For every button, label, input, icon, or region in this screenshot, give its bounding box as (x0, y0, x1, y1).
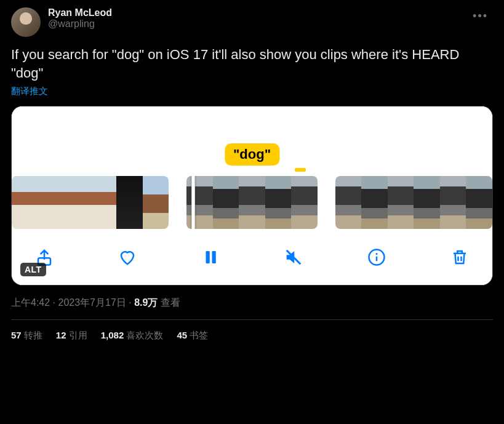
quotes-count: 12 (56, 330, 66, 340)
tweet-header: Ryan McLeod @warpling ••• (11, 7, 493, 37)
info-icon (367, 248, 386, 266)
retweets-stat[interactable]: 57 转推 (11, 330, 42, 342)
bookmarks-stat[interactable]: 45 书签 (177, 330, 208, 342)
quotes-label: 引用 (66, 330, 87, 340)
thumbnail-frame (143, 176, 169, 229)
mute-icon (284, 248, 303, 266)
thumbnail-frame (414, 176, 440, 229)
tweet-container: Ryan McLeod @warpling ••• If you search … (0, 0, 504, 342)
media-toolbar (12, 232, 492, 285)
clip-group-3[interactable] (335, 176, 492, 229)
ellipsis-icon: ••• (473, 10, 488, 22)
svg-point-6 (376, 253, 378, 255)
likes-stat[interactable]: 1,082 喜欢次数 (101, 330, 164, 342)
tweet-text: If you search for "dog" on iOS 17 it'll … (11, 46, 493, 82)
mute-button[interactable] (282, 246, 305, 269)
thumbnail-frame (239, 176, 265, 229)
pause-icon (201, 248, 220, 266)
quotes-stat[interactable]: 12 引用 (56, 330, 87, 342)
pause-button[interactable] (199, 246, 222, 269)
thumbnail-frame (361, 176, 388, 229)
bookmarks-label: 书签 (187, 330, 208, 340)
retweets-count: 57 (11, 330, 22, 340)
bookmarks-count: 45 (177, 330, 187, 340)
clip-group-2[interactable] (186, 176, 318, 229)
views-count: 8.9万 (134, 297, 158, 308)
alt-badge[interactable]: ALT (20, 263, 46, 276)
avatar[interactable] (11, 7, 41, 37)
tweet-date[interactable]: 2023年7月17日 (58, 297, 126, 308)
meta-sep: · (126, 297, 134, 308)
thumbnail-frame (64, 176, 90, 229)
thumbnail-frame (265, 176, 292, 229)
tweet-time[interactable]: 上午4:42 (11, 297, 50, 308)
thumbnail-frame (440, 176, 466, 229)
trash-icon (450, 248, 469, 266)
thumbnail-frame (291, 176, 318, 229)
views-label: 查看 (158, 297, 180, 308)
video-timeline[interactable] (12, 173, 492, 232)
thumbnail-frame (186, 176, 213, 229)
more-options-button[interactable]: ••• (468, 7, 493, 25)
thumbnail-frame (116, 176, 143, 229)
thumbnail-frame (335, 176, 362, 229)
meta-sep: · (50, 297, 58, 308)
svg-rect-1 (206, 251, 210, 263)
thumbnail-frame (466, 176, 492, 229)
like-button[interactable] (116, 246, 139, 269)
thumbnail-frame (388, 176, 414, 229)
thumbnail-frame (90, 176, 117, 229)
thumbnail-frame (38, 176, 65, 229)
retweets-label: 转推 (22, 330, 42, 340)
thumbnail-frame (12, 176, 38, 229)
display-name: Ryan McLeod (48, 7, 460, 18)
delete-button[interactable] (448, 246, 471, 269)
translate-link[interactable]: 翻译推文 (11, 86, 48, 97)
heart-icon (118, 248, 137, 266)
tweet-meta: 上午4:42 · 2023年7月17日 · 8.9万 查看 (11, 297, 493, 320)
likes-count: 1,082 (101, 330, 124, 340)
likes-label: 喜欢次数 (124, 330, 163, 340)
caption-chip: "dog" (225, 143, 279, 166)
thumbnail-frame (213, 176, 239, 229)
tweet-stats: 57 转推 12 引用 1,082 喜欢次数 45 书签 (11, 320, 493, 342)
media-attachment[interactable]: "dog" (11, 106, 493, 286)
clip-group-1[interactable] (12, 176, 169, 229)
timeline-marker (295, 168, 306, 172)
svg-rect-2 (212, 251, 216, 263)
info-button[interactable] (365, 246, 388, 269)
user-handle: @warpling (48, 18, 460, 30)
author-names[interactable]: Ryan McLeod @warpling (48, 7, 460, 30)
media-top-area: "dog" (12, 106, 492, 173)
playhead-indicator[interactable] (191, 176, 195, 229)
